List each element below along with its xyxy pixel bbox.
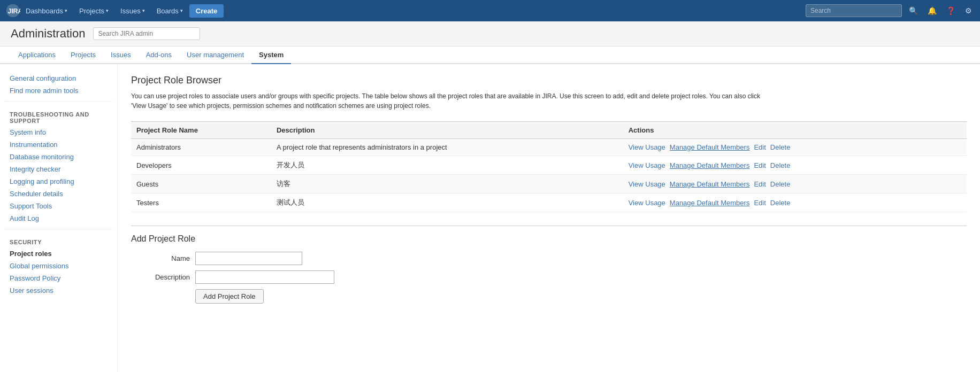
form-actions: Add Project Role — [131, 289, 967, 304]
action-link-delete[interactable]: Delete — [770, 199, 791, 207]
jira-logo[interactable]: JIRA — [5, 3, 20, 18]
sidebar-section-security: SECURITY — [5, 234, 112, 247]
bell-icon[interactable]: 🔔 — [925, 4, 939, 18]
col-header-name: Project Role Name — [131, 122, 271, 139]
action-link-view-usage[interactable]: View Usage — [629, 180, 665, 188]
admin-search-input[interactable] — [93, 27, 200, 40]
tab-projects[interactable]: Projects — [63, 46, 103, 64]
sidebar-general-config[interactable]: General configuration — [5, 72, 112, 84]
sidebar-global-permissions[interactable]: Global permissions — [5, 260, 112, 272]
sidebar: General configuration Find more admin to… — [0, 64, 118, 372]
sidebar-system-info[interactable]: System info — [5, 126, 112, 138]
action-link-manage-default-members[interactable]: Manage Default Members — [670, 161, 750, 169]
add-role-title: Add Project Role — [131, 234, 967, 244]
role-description: A project role that represents administr… — [271, 139, 623, 156]
action-link-view-usage[interactable]: View Usage — [629, 199, 665, 207]
tab-navigation: Applications Projects Issues Add-ons Use… — [0, 46, 980, 64]
help-icon[interactable]: ❓ — [944, 4, 958, 18]
role-description: 测试人员 — [271, 193, 623, 212]
sidebar-logging-profiling[interactable]: Logging and profiling — [5, 175, 112, 188]
add-project-role-button[interactable]: Add Project Role — [195, 289, 264, 304]
content-area: Project Role Browser You can use project… — [118, 64, 980, 372]
role-name: Administrators — [131, 139, 271, 156]
nav-boards[interactable]: Boards ▾ — [151, 0, 188, 21]
roles-table: Project Role Name Description Actions Ad… — [131, 121, 967, 212]
add-role-section: Add Project Role Name Description Add Pr… — [131, 226, 967, 304]
svg-text:JIRA: JIRA — [7, 7, 20, 15]
role-name: Testers — [131, 193, 271, 212]
nav-projects[interactable]: Projects ▾ — [74, 0, 114, 21]
role-actions: View UsageManage Default MembersEditDele… — [623, 175, 967, 193]
chevron-down-icon: ▾ — [65, 8, 67, 13]
role-actions: View UsageManage Default MembersEditDele… — [623, 156, 967, 175]
action-link-view-usage[interactable]: View Usage — [629, 143, 665, 151]
sidebar-divider-security — [5, 229, 112, 229]
tab-addons[interactable]: Add-ons — [139, 46, 179, 64]
name-input[interactable] — [195, 252, 302, 265]
page-description: You can use project roles to associate u… — [131, 91, 773, 111]
role-name: Guests — [131, 175, 271, 193]
description-form-row: Description — [131, 270, 967, 284]
table-row: Guests访客View UsageManage Default Members… — [131, 175, 967, 193]
search-icon[interactable]: 🔍 — [906, 4, 921, 18]
sidebar-password-policy[interactable]: Password Policy — [5, 272, 112, 284]
main-layout: General configuration Find more admin to… — [0, 64, 980, 372]
description-label: Description — [131, 273, 195, 281]
role-description: 开发人员 — [271, 156, 623, 175]
name-form-row: Name — [131, 252, 967, 265]
sidebar-section-troubleshooting: TROUBLESHOOTING AND SUPPORT — [5, 106, 112, 126]
nav-issues[interactable]: Issues ▾ — [115, 0, 150, 21]
tab-issues[interactable]: Issues — [103, 46, 139, 64]
action-link-edit[interactable]: Edit — [754, 180, 765, 188]
chevron-down-icon: ▾ — [106, 8, 109, 13]
chevron-down-icon: ▾ — [180, 8, 183, 13]
top-navigation: JIRA Dashboards ▾ Projects ▾ Issues ▾ Bo… — [0, 0, 980, 21]
role-description: 访客 — [271, 175, 623, 193]
chevron-down-icon: ▾ — [142, 8, 145, 13]
action-link-edit[interactable]: Edit — [754, 161, 765, 169]
description-input[interactable] — [195, 270, 334, 284]
sidebar-database-monitoring[interactable]: Database monitoring — [5, 151, 112, 163]
search-input[interactable] — [806, 4, 902, 17]
col-header-actions: Actions — [623, 122, 967, 139]
nav-items: Dashboards ▾ Projects ▾ Issues ▾ Boards … — [20, 0, 806, 21]
tab-user-management[interactable]: User management — [179, 46, 251, 64]
admin-header: Administration — [0, 21, 980, 46]
sidebar-instrumentation[interactable]: Instrumentation — [5, 138, 112, 151]
settings-icon[interactable]: ⚙ — [962, 4, 975, 18]
tab-system[interactable]: System — [251, 46, 291, 64]
name-label: Name — [131, 254, 195, 262]
sidebar-scheduler-details[interactable]: Scheduler details — [5, 188, 112, 200]
table-row: AdministratorsA project role that repres… — [131, 139, 967, 156]
action-link-manage-default-members[interactable]: Manage Default Members — [670, 180, 750, 188]
table-row: Testers测试人员View UsageManage Default Memb… — [131, 193, 967, 212]
action-link-delete[interactable]: Delete — [770, 143, 791, 151]
col-header-description: Description — [271, 122, 623, 139]
action-link-edit[interactable]: Edit — [754, 199, 765, 207]
admin-title: Administration — [11, 27, 85, 41]
nav-right: 🔍 🔔 ❓ ⚙ — [806, 4, 975, 18]
action-link-manage-default-members[interactable]: Manage Default Members — [670, 199, 750, 207]
create-button[interactable]: Create — [189, 4, 224, 18]
page-title: Project Role Browser — [131, 75, 967, 86]
tab-applications[interactable]: Applications — [11, 46, 63, 64]
role-name: Developers — [131, 156, 271, 175]
sidebar-project-roles[interactable]: Project roles — [5, 247, 112, 260]
action-link-manage-default-members[interactable]: Manage Default Members — [670, 143, 750, 151]
sidebar-divider — [5, 101, 112, 102]
sidebar-user-sessions[interactable]: User sessions — [5, 284, 112, 297]
nav-dashboards[interactable]: Dashboards ▾ — [20, 0, 73, 21]
action-link-delete[interactable]: Delete — [770, 180, 791, 188]
table-row: Developers开发人员View UsageManage Default M… — [131, 156, 967, 175]
action-link-view-usage[interactable]: View Usage — [629, 161, 665, 169]
sidebar-audit-log[interactable]: Audit Log — [5, 212, 112, 224]
role-actions: View UsageManage Default MembersEditDele… — [623, 139, 967, 156]
sidebar-find-admin-tools[interactable]: Find more admin tools — [5, 84, 112, 97]
role-actions: View UsageManage Default MembersEditDele… — [623, 193, 967, 212]
sidebar-support-tools[interactable]: Support Tools — [5, 200, 112, 212]
sidebar-integrity-checker[interactable]: Integrity checker — [5, 163, 112, 175]
action-link-edit[interactable]: Edit — [754, 143, 765, 151]
action-link-delete[interactable]: Delete — [770, 161, 791, 169]
